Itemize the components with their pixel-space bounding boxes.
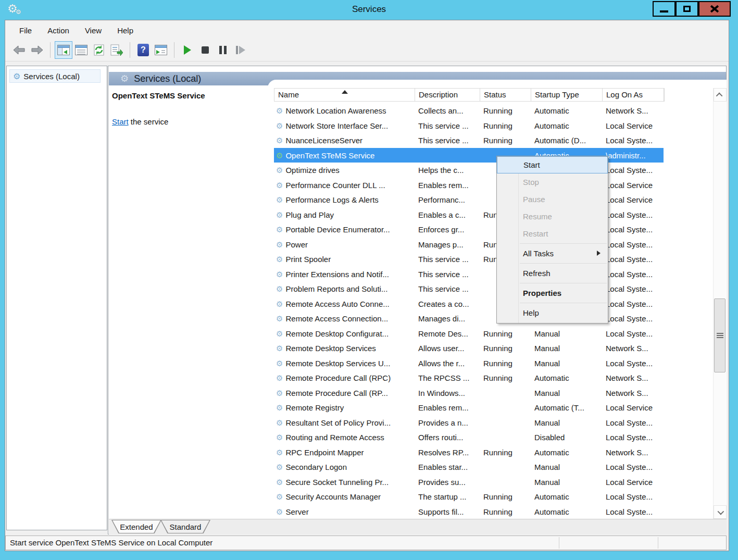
scrollbar-thumb[interactable]: [714, 298, 726, 372]
context-menu-item-properties[interactable]: Properties: [497, 284, 608, 302]
context-menu-item-all-tasks[interactable]: All Tasks: [497, 245, 608, 262]
table-header: NameDescriptionStatusStartup TypeLog On …: [274, 88, 665, 102]
status-text: Start service OpenText STeMS Service on …: [10, 538, 212, 547]
service-name-cell: ⚙Remote Desktop Services: [274, 341, 415, 356]
service-description-cell: Resolves RP...: [415, 445, 480, 460]
scroll-down-button[interactable]: [714, 505, 727, 519]
service-gear-icon: ⚙: [276, 237, 283, 252]
service-name-cell: ⚙Remote Access Auto Conne...: [274, 296, 415, 312]
service-startup-cell: Automatic: [531, 118, 602, 133]
table-row[interactable]: ⚙NuanceLicenseServerThis service ...Runn…: [274, 133, 664, 148]
service-name-cell: ⚙Performance Logs & Alerts: [274, 192, 415, 207]
export-list-button[interactable]: [108, 41, 126, 59]
service-gear-icon: ⚙: [276, 163, 283, 178]
service-startup-cell: Automatic (D...: [531, 133, 602, 148]
column-header-log-on-as[interactable]: Log On As: [603, 89, 664, 101]
tree-item-services-local[interactable]: ⚙ Services (Local): [9, 69, 101, 83]
service-gear-icon: ⚙: [276, 445, 283, 460]
service-gear-icon: ⚙: [276, 192, 283, 207]
stop-service-button[interactable]: [196, 41, 214, 59]
menu-action[interactable]: Action: [41, 23, 76, 38]
service-description-cell: Helps the c...: [415, 163, 480, 178]
service-startup-cell: Automatic: [531, 103, 602, 118]
service-logon-cell: Local Syste...: [602, 504, 664, 519]
service-description-cell: The RPCSS ...: [415, 370, 480, 385]
context-menu-item-stop: Stop: [497, 173, 608, 191]
service-status-cell: Running: [480, 133, 531, 148]
table-row[interactable]: ⚙Routing and Remote AccessOffers routi..…: [274, 430, 664, 445]
service-description-cell: Enables a c...: [415, 207, 480, 222]
table-row[interactable]: ⚙Remote Desktop Configurat...Remote Des.…: [274, 326, 664, 341]
minimize-button[interactable]: [653, 1, 676, 17]
service-name-cell: ⚙Security Accounts Manager: [274, 489, 415, 504]
menu-file[interactable]: File: [12, 23, 39, 38]
services-gear-icon: ⚙: [13, 71, 20, 81]
service-gear-icon: ⚙: [276, 326, 283, 341]
minimize-icon: [660, 10, 668, 13]
submenu-arrow-icon: [597, 251, 601, 256]
service-description-cell: Creates a co...: [415, 296, 480, 312]
show-console-tree-button[interactable]: [55, 41, 72, 59]
service-name-cell: ⚙Printer Extensions and Notif...: [274, 267, 415, 282]
service-description-cell: This service ...: [415, 133, 480, 148]
menu-help[interactable]: Help: [110, 23, 140, 38]
table-row[interactable]: ⚙Network Location AwarenessCollects an..…: [274, 103, 664, 118]
column-header-startup-type[interactable]: Startup Type: [531, 89, 603, 101]
start-service-link[interactable]: Start: [112, 117, 129, 126]
table-row[interactable]: ⚙Secure Socket Tunneling Pr...Provides s…: [274, 475, 664, 490]
maximize-button[interactable]: [676, 1, 698, 17]
context-menu-item-refresh[interactable]: Refresh: [497, 265, 608, 282]
service-status-cell: Running: [480, 118, 531, 133]
table-row[interactable]: ⚙Security Accounts ManagerThe startup ..…: [274, 489, 664, 504]
table-row[interactable]: ⚙Secondary LogonEnables star...ManualLoc…: [274, 459, 664, 475]
help-button[interactable]: ?: [134, 41, 152, 59]
menu-view[interactable]: View: [78, 23, 108, 38]
refresh-button[interactable]: [90, 41, 108, 59]
table-row[interactable]: ⚙Resultant Set of Policy Provi...Provide…: [274, 415, 664, 430]
column-header-description[interactable]: Description: [415, 89, 480, 101]
context-menu-separator: [520, 263, 607, 264]
back-button[interactable]: [10, 41, 28, 59]
banner-title: Services (Local): [134, 73, 201, 84]
table-row[interactable]: ⚙RPC Endpoint MapperResolves RP...Runnin…: [274, 445, 664, 460]
start-service-button[interactable]: [179, 41, 196, 59]
service-startup-cell: Manual: [531, 459, 602, 475]
tab-extended[interactable]: Extended: [111, 520, 161, 533]
table-row[interactable]: ⚙Remote Desktop Services U...Allows the …: [274, 356, 664, 371]
context-menu-item-start[interactable]: Start: [497, 156, 608, 173]
toolbar-separator: [50, 42, 51, 58]
table-row[interactable]: ⚙ServerSupports fil...RunningAutomaticLo…: [274, 504, 664, 519]
service-logon-cell: Local Syste...: [602, 415, 664, 430]
scroll-up-button[interactable]: [714, 88, 727, 102]
services-window: ⚙⚙ Services File Action View Help: [0, 0, 738, 560]
service-startup-cell: Manual: [531, 475, 602, 490]
toolbar-separator: [174, 42, 174, 58]
restart-service-button[interactable]: [232, 41, 249, 59]
table-row[interactable]: ⚙Remote Procedure Call (RP...In Windows.…: [274, 385, 664, 401]
service-status-cell: [480, 385, 531, 401]
pause-service-button[interactable]: [214, 41, 232, 59]
service-gear-icon: ⚙: [276, 400, 283, 415]
table-row[interactable]: ⚙Remote RegistryEnables rem...Automatic …: [274, 400, 664, 415]
vertical-scrollbar[interactable]: [713, 88, 726, 519]
context-menu-item-help[interactable]: Help: [497, 304, 608, 321]
table-row[interactable]: ⚙Network Store Interface Ser...This serv…: [274, 118, 664, 133]
service-description-cell: Provides a n...: [415, 415, 480, 430]
close-button[interactable]: [698, 1, 731, 17]
service-status-cell: Running: [480, 341, 531, 356]
properties-toolbar-button[interactable]: [72, 41, 90, 59]
service-description-cell: This service ...: [415, 252, 480, 267]
service-gear-icon: ⚙: [276, 415, 283, 430]
service-status-cell: Running: [480, 370, 531, 385]
service-description-cell: This service ...: [415, 118, 480, 133]
service-description-cell: Provides su...: [415, 475, 480, 490]
service-logon-cell: Local Service: [602, 400, 664, 415]
table-row[interactable]: ⚙Remote Procedure Call (RPC)The RPCSS ..…: [274, 370, 664, 385]
tab-standard[interactable]: Standard: [160, 520, 210, 533]
show-action-pane-button[interactable]: [152, 41, 170, 59]
pause-icon: [219, 46, 227, 54]
forward-button[interactable]: [28, 41, 46, 59]
service-gear-icon: ⚙: [276, 103, 283, 118]
table-row[interactable]: ⚙Remote Desktop ServicesAllows user...Ru…: [274, 341, 664, 356]
column-header-status[interactable]: Status: [480, 89, 531, 101]
